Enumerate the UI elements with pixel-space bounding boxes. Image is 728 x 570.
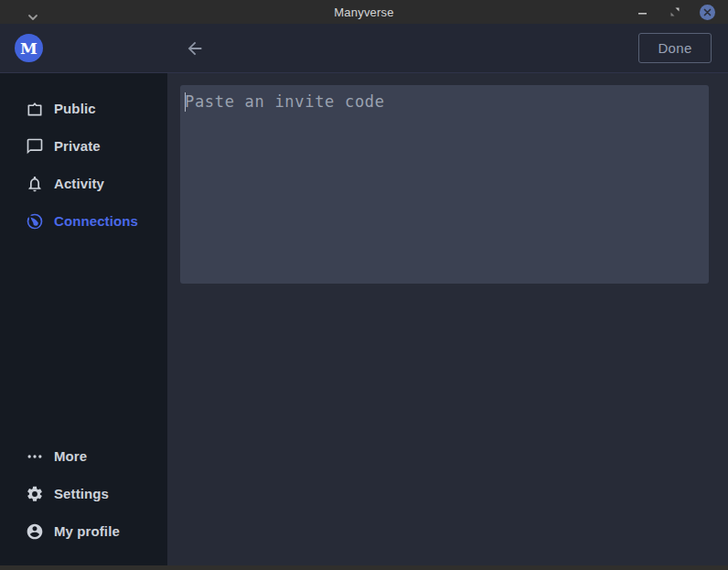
app-topbar: M Done bbox=[0, 24, 728, 73]
sidebar-item-connections[interactable]: Connections bbox=[0, 202, 167, 240]
manyverse-window: Manyverse M Done bbox=[0, 0, 728, 570]
window-menu-chevron-icon[interactable] bbox=[27, 8, 38, 16]
ellipsis-icon bbox=[26, 447, 44, 466]
sidebar: Public Private A bbox=[0, 73, 167, 565]
window-bottom-frame bbox=[0, 565, 728, 570]
sidebar-bottom-group: More Settings My bbox=[0, 437, 167, 550]
sidebar-item-public[interactable]: Public bbox=[0, 90, 167, 127]
bulletin-board-icon bbox=[26, 100, 44, 118]
sidebar-item-label: Public bbox=[54, 101, 96, 116]
minimize-icon[interactable] bbox=[636, 5, 650, 19]
invite-code-input[interactable] bbox=[180, 85, 709, 284]
sidebar-item-activity[interactable]: Activity bbox=[0, 165, 167, 202]
sidebar-top-group: Public Private A bbox=[0, 90, 167, 240]
sidebar-item-label: Settings bbox=[54, 486, 109, 501]
sidebar-item-private[interactable]: Private bbox=[0, 127, 167, 165]
sidebar-item-more[interactable]: More bbox=[0, 437, 167, 475]
manyverse-logo-icon: M bbox=[15, 34, 43, 62]
window-controls bbox=[636, 0, 715, 24]
sidebar-item-label: Connections bbox=[54, 213, 138, 229]
chat-bubble-icon bbox=[26, 137, 44, 156]
sidebar-item-my-profile[interactable]: My profile bbox=[0, 512, 167, 550]
sidebar-item-label: Activity bbox=[54, 176, 104, 191]
connections-dial-icon bbox=[26, 212, 44, 231]
app-body: Public Private A bbox=[0, 73, 728, 565]
sidebar-item-settings[interactable]: Settings bbox=[0, 475, 167, 512]
gear-icon bbox=[26, 485, 44, 503]
account-circle-icon bbox=[26, 522, 44, 541]
window-title: Manyverse bbox=[334, 5, 393, 19]
invite-content-area bbox=[167, 73, 728, 565]
bell-icon bbox=[26, 175, 44, 193]
invite-textarea-wrap bbox=[180, 85, 709, 284]
done-button[interactable]: Done bbox=[638, 33, 712, 63]
close-icon[interactable] bbox=[700, 5, 715, 20]
sidebar-item-label: More bbox=[54, 448, 87, 464]
restore-icon[interactable] bbox=[668, 5, 682, 19]
back-arrow-icon[interactable] bbox=[183, 37, 207, 60]
sidebar-item-label: Private bbox=[54, 138, 101, 154]
sidebar-item-label: My profile bbox=[54, 523, 120, 539]
titlebar: Manyverse bbox=[0, 0, 728, 24]
